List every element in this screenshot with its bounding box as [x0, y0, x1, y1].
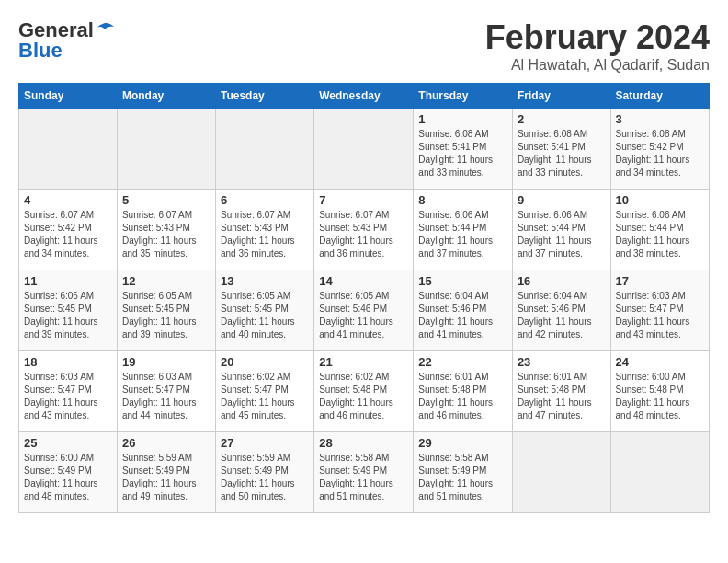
calendar-cell: 17Sunrise: 6:03 AM Sunset: 5:47 PM Dayli… — [610, 270, 709, 351]
logo-blue: Blue — [18, 39, 63, 63]
month-title: February 2024 — [485, 18, 710, 57]
location-title: Al Hawatah, Al Qadarif, Sudan — [485, 57, 710, 74]
day-number: 4 — [24, 193, 112, 207]
day-number: 15 — [418, 274, 507, 288]
day-number: 17 — [616, 274, 704, 288]
calendar-week-row: 25Sunrise: 6:00 AM Sunset: 5:49 PM Dayli… — [19, 432, 710, 513]
weekday-header-friday: Friday — [512, 84, 610, 109]
calendar-cell — [610, 432, 709, 513]
calendar-week-row: 4Sunrise: 6:07 AM Sunset: 5:42 PM Daylig… — [19, 190, 710, 270]
day-info: Sunrise: 6:03 AM Sunset: 5:47 PM Dayligh… — [616, 290, 704, 341]
calendar-cell: 13Sunrise: 6:05 AM Sunset: 5:45 PM Dayli… — [215, 270, 313, 351]
calendar-cell: 3Sunrise: 6:08 AM Sunset: 5:42 PM Daylig… — [610, 109, 709, 190]
day-info: Sunrise: 6:08 AM Sunset: 5:41 PM Dayligh… — [418, 128, 507, 179]
calendar-cell: 8Sunrise: 6:06 AM Sunset: 5:44 PM Daylig… — [414, 190, 513, 270]
day-info: Sunrise: 6:04 AM Sunset: 5:46 PM Dayligh… — [518, 290, 606, 341]
calendar-table: SundayMondayTuesdayWednesdayThursdayFrid… — [18, 83, 710, 513]
day-number: 24 — [616, 355, 704, 369]
day-info: Sunrise: 5:59 AM Sunset: 5:49 PM Dayligh… — [221, 452, 309, 503]
weekday-header-thursday: Thursday — [414, 84, 513, 109]
calendar-cell — [314, 109, 414, 190]
day-info: Sunrise: 6:01 AM Sunset: 5:48 PM Dayligh… — [418, 371, 507, 422]
day-info: Sunrise: 6:05 AM Sunset: 5:46 PM Dayligh… — [319, 290, 408, 341]
calendar-cell: 16Sunrise: 6:04 AM Sunset: 5:46 PM Dayli… — [512, 270, 610, 351]
calendar-cell — [117, 109, 215, 190]
calendar-cell: 24Sunrise: 6:00 AM Sunset: 5:48 PM Dayli… — [610, 351, 709, 432]
day-number: 9 — [518, 193, 606, 207]
day-number: 19 — [122, 355, 210, 369]
weekday-header-saturday: Saturday — [610, 84, 709, 109]
calendar-cell: 21Sunrise: 6:02 AM Sunset: 5:48 PM Dayli… — [314, 351, 414, 432]
weekday-header-monday: Monday — [117, 84, 215, 109]
calendar-cell: 25Sunrise: 6:00 AM Sunset: 5:49 PM Dayli… — [19, 432, 118, 513]
day-info: Sunrise: 6:01 AM Sunset: 5:48 PM Dayligh… — [518, 371, 606, 422]
day-number: 13 — [221, 274, 309, 288]
calendar-cell: 15Sunrise: 6:04 AM Sunset: 5:46 PM Dayli… — [414, 270, 513, 351]
day-number: 1 — [418, 112, 507, 126]
calendar-week-row: 18Sunrise: 6:03 AM Sunset: 5:47 PM Dayli… — [19, 351, 710, 432]
calendar-cell: 29Sunrise: 5:58 AM Sunset: 5:49 PM Dayli… — [414, 432, 513, 513]
day-info: Sunrise: 6:07 AM Sunset: 5:42 PM Dayligh… — [24, 209, 112, 260]
calendar-cell: 28Sunrise: 5:58 AM Sunset: 5:49 PM Dayli… — [314, 432, 414, 513]
day-number: 12 — [122, 274, 210, 288]
calendar-cell: 23Sunrise: 6:01 AM Sunset: 5:48 PM Dayli… — [512, 351, 610, 432]
day-info: Sunrise: 6:07 AM Sunset: 5:43 PM Dayligh… — [122, 209, 210, 260]
day-number: 16 — [518, 274, 606, 288]
calendar-week-row: 1Sunrise: 6:08 AM Sunset: 5:41 PM Daylig… — [19, 109, 710, 190]
day-number: 11 — [24, 274, 112, 288]
day-info: Sunrise: 6:03 AM Sunset: 5:47 PM Dayligh… — [122, 371, 210, 422]
day-number: 26 — [122, 436, 210, 450]
calendar-cell: 14Sunrise: 6:05 AM Sunset: 5:46 PM Dayli… — [314, 270, 414, 351]
calendar-cell: 12Sunrise: 6:05 AM Sunset: 5:45 PM Dayli… — [117, 270, 215, 351]
day-info: Sunrise: 5:58 AM Sunset: 5:49 PM Dayligh… — [418, 452, 507, 503]
day-info: Sunrise: 6:05 AM Sunset: 5:45 PM Dayligh… — [221, 290, 309, 341]
calendar-cell: 22Sunrise: 6:01 AM Sunset: 5:48 PM Dayli… — [414, 351, 513, 432]
logo-bird-icon — [96, 22, 116, 39]
calendar-cell: 27Sunrise: 5:59 AM Sunset: 5:49 PM Dayli… — [215, 432, 313, 513]
day-number: 5 — [122, 193, 210, 207]
day-info: Sunrise: 5:58 AM Sunset: 5:49 PM Dayligh… — [319, 452, 408, 503]
day-number: 22 — [418, 355, 507, 369]
calendar-cell: 9Sunrise: 6:06 AM Sunset: 5:44 PM Daylig… — [512, 190, 610, 270]
day-number: 25 — [24, 436, 112, 450]
weekday-header-tuesday: Tuesday — [215, 84, 313, 109]
calendar-cell — [19, 109, 118, 190]
day-info: Sunrise: 6:07 AM Sunset: 5:43 PM Dayligh… — [221, 209, 309, 260]
day-info: Sunrise: 6:06 AM Sunset: 5:44 PM Dayligh… — [518, 209, 606, 260]
day-info: Sunrise: 6:00 AM Sunset: 5:49 PM Dayligh… — [24, 452, 112, 503]
calendar-cell — [512, 432, 610, 513]
calendar-cell: 11Sunrise: 6:06 AM Sunset: 5:45 PM Dayli… — [19, 270, 118, 351]
day-info: Sunrise: 6:07 AM Sunset: 5:43 PM Dayligh… — [319, 209, 408, 260]
day-info: Sunrise: 6:06 AM Sunset: 5:45 PM Dayligh… — [24, 290, 112, 341]
calendar-cell: 2Sunrise: 6:08 AM Sunset: 5:41 PM Daylig… — [512, 109, 610, 190]
day-number: 8 — [418, 193, 507, 207]
calendar-cell: 5Sunrise: 6:07 AM Sunset: 5:43 PM Daylig… — [117, 190, 215, 270]
weekday-header-row: SundayMondayTuesdayWednesdayThursdayFrid… — [19, 84, 710, 109]
calendar-week-row: 11Sunrise: 6:06 AM Sunset: 5:45 PM Dayli… — [19, 270, 710, 351]
day-number: 28 — [319, 436, 408, 450]
calendar-cell — [215, 109, 313, 190]
day-number: 20 — [221, 355, 309, 369]
day-info: Sunrise: 6:00 AM Sunset: 5:48 PM Dayligh… — [616, 371, 704, 422]
calendar-cell: 7Sunrise: 6:07 AM Sunset: 5:43 PM Daylig… — [314, 190, 414, 270]
day-info: Sunrise: 6:04 AM Sunset: 5:46 PM Dayligh… — [418, 290, 507, 341]
day-number: 18 — [24, 355, 112, 369]
calendar-cell: 6Sunrise: 6:07 AM Sunset: 5:43 PM Daylig… — [215, 190, 313, 270]
day-number: 10 — [616, 193, 704, 207]
calendar-cell: 1Sunrise: 6:08 AM Sunset: 5:41 PM Daylig… — [414, 109, 513, 190]
day-number: 3 — [616, 112, 704, 126]
day-number: 21 — [319, 355, 408, 369]
day-number: 7 — [319, 193, 408, 207]
day-info: Sunrise: 6:03 AM Sunset: 5:47 PM Dayligh… — [24, 371, 112, 422]
calendar-cell: 26Sunrise: 5:59 AM Sunset: 5:49 PM Dayli… — [117, 432, 215, 513]
calendar-cell: 10Sunrise: 6:06 AM Sunset: 5:44 PM Dayli… — [610, 190, 709, 270]
calendar-cell: 18Sunrise: 6:03 AM Sunset: 5:47 PM Dayli… — [19, 351, 118, 432]
day-number: 14 — [319, 274, 408, 288]
day-number: 2 — [518, 112, 606, 126]
day-number: 6 — [221, 193, 309, 207]
day-info: Sunrise: 6:02 AM Sunset: 5:48 PM Dayligh… — [319, 371, 408, 422]
day-info: Sunrise: 6:08 AM Sunset: 5:42 PM Dayligh… — [616, 128, 704, 179]
weekday-header-sunday: Sunday — [19, 84, 118, 109]
day-number: 23 — [518, 355, 606, 369]
logo: General Blue — [18, 18, 116, 63]
